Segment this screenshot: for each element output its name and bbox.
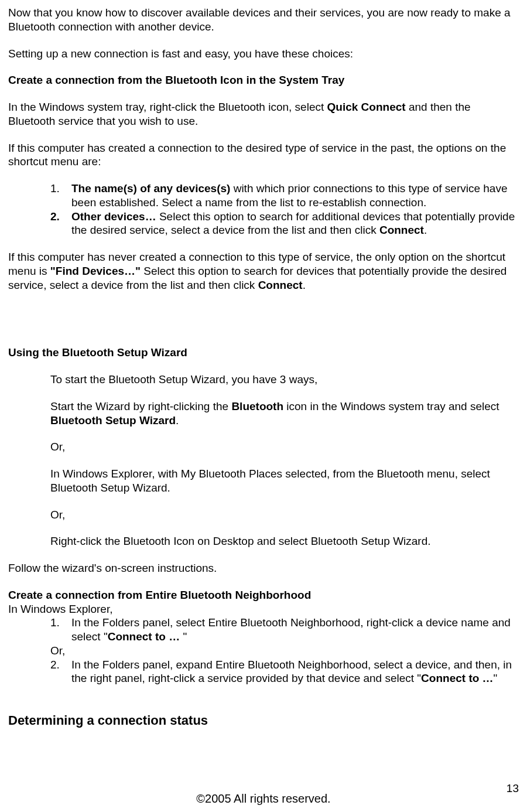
paragraph-intro-1: Now that you know how to discover availa… (8, 6, 519, 34)
text-bold-bluetooth: Bluetooth (231, 400, 283, 412)
text-bold-connect: Connect (258, 279, 303, 291)
list-number: 1. (50, 616, 71, 644)
text-bold-connect-to: Connect to … (421, 672, 494, 684)
paragraph-wizard-method-2: In Windows Explorer, with My Bluetooth P… (8, 467, 519, 495)
list-number: 2. (50, 658, 71, 686)
paragraph-wizard-method-1: Start the Wizard by right-clicking the B… (8, 400, 519, 428)
list-text: The name(s) of any devices(s) with which… (71, 182, 519, 210)
text-bold-quick-connect: Quick Connect (327, 101, 406, 113)
list-text: In the Folders panel, select Entire Blue… (71, 616, 519, 644)
text-bold-find-devices: "Find Devices…" (50, 265, 141, 277)
text-segment: Start the Wizard by right-clicking the (50, 400, 231, 412)
paragraph-windows-explorer: In Windows Explorer, (8, 602, 519, 616)
text-segment: . (176, 414, 179, 427)
text-bold-device-names: The name(s) of any devices(s) (71, 182, 230, 195)
list-number: 2. (50, 210, 71, 238)
paragraph-or-2: Or, (8, 508, 519, 522)
paragraph-quick-connect: In the Windows system tray, right-click … (8, 100, 519, 128)
list-number: 1. (50, 182, 71, 210)
text-segment: . (303, 279, 306, 291)
paragraph-past-connection: If this computer has created a connectio… (8, 141, 519, 169)
text-bold-connect: Connect (379, 224, 424, 236)
paragraph-wizard-method-3: Right-click the Bluetooth Icon on Deskto… (8, 534, 519, 548)
list-item-neighborhood-1: 1. In the Folders panel, select Entire B… (8, 616, 519, 644)
paragraph-or-3: Or, (8, 644, 519, 658)
text-segment: " (183, 630, 187, 643)
text-bold-other-devices: Other devices… (71, 210, 156, 223)
list-text: Other devices… Select this option to sea… (71, 210, 519, 238)
paragraph-follow-wizard: Follow the wizard's on-screen instructio… (8, 561, 519, 575)
text-bold-connect-to: Connect to … (108, 630, 183, 643)
footer-copyright: ©2005 All rights reserved. (0, 791, 527, 806)
list-item-1: 1. The name(s) of any devices(s) with wh… (8, 182, 519, 210)
text-segment: " (494, 672, 498, 684)
paragraph-never-connected: If this computer has never created a con… (8, 250, 519, 292)
paragraph-intro-2: Setting up a new connection is fast and … (8, 47, 519, 61)
list-item-neighborhood-2: 2. In the Folders panel, expand Entire B… (8, 658, 519, 686)
heading-connection-status: Determining a connection status (8, 712, 519, 729)
text-segment: . (424, 224, 427, 236)
heading-setup-wizard: Using the Bluetooth Setup Wizard (8, 346, 519, 360)
text-segment: icon in the Windows system tray and sele… (283, 400, 499, 412)
heading-entire-neighborhood: Create a connection from Entire Bluetoot… (8, 588, 519, 602)
paragraph-wizard-start: To start the Bluetooth Setup Wizard, you… (8, 373, 519, 387)
list-text: In the Folders panel, expand Entire Blue… (71, 658, 519, 686)
text-segment: In the Windows system tray, right-click … (8, 101, 327, 113)
heading-system-tray: Create a connection from the Bluetooth I… (8, 73, 519, 87)
paragraph-or-1: Or, (8, 440, 519, 454)
list-item-2: 2. Other devices… Select this option to … (8, 210, 519, 238)
text-bold-setup-wizard: Bluetooth Setup Wizard (50, 414, 176, 427)
